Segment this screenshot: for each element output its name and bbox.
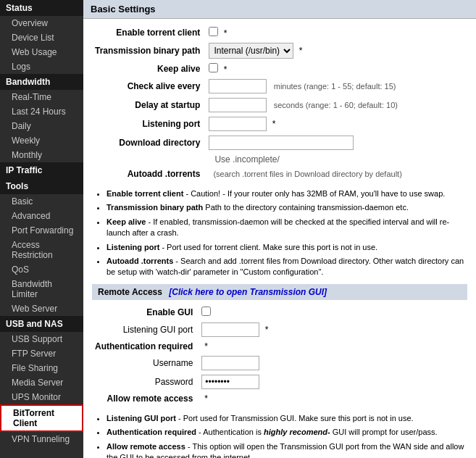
asterisk-3: * bbox=[224, 64, 227, 75]
check-alive-input[interactable]: 15 bbox=[209, 79, 267, 93]
use-incomplete-label: Use .incomplete/ bbox=[209, 154, 279, 165]
bullet-list-2: Listening GUI port - Port used for Trans… bbox=[92, 413, 467, 458]
asterisk-1: * bbox=[224, 28, 227, 38]
bullet-item: Enable torrent client - Caution! - If yo… bbox=[107, 188, 467, 199]
sidebar-item-vpn-tunneling[interactable]: VPN Tunneling bbox=[0, 432, 83, 446]
allow-remote-label: Allow remote access bbox=[92, 391, 199, 406]
sidebar-item-basic[interactable]: Basic bbox=[0, 194, 83, 209]
asterisk-5: * bbox=[265, 325, 269, 335]
transmission-binary-cell: Internal (/usr/bin) * bbox=[206, 41, 467, 61]
password-input[interactable] bbox=[201, 375, 259, 389]
download-dir-row: Download directory /mnt bbox=[92, 133, 467, 152]
listening-port-input[interactable]: 51515 bbox=[209, 117, 267, 131]
sidebar-item-port-forwarding[interactable]: Port Forwarding bbox=[0, 223, 83, 238]
sidebar-item-real-time[interactable]: Real-Time bbox=[0, 90, 83, 104]
sidebar-item-device-list[interactable]: Device List bbox=[0, 30, 83, 45]
download-dir-input[interactable]: /mnt bbox=[209, 136, 354, 150]
asterisk-2: * bbox=[299, 46, 303, 56]
check-alive-hint: minutes (range: 1 - 55; default: 15) bbox=[274, 82, 396, 91]
sidebar-header-ip-traffic-header: IP Traffic bbox=[0, 162, 83, 178]
autoadd-label: Autoadd .torrents bbox=[92, 167, 206, 181]
listening-port-cell: 51515 * bbox=[206, 114, 467, 133]
remote-access-label: Remote Access bbox=[98, 287, 162, 297]
autoadd-cell: (search .torrent files in Download direc… bbox=[206, 167, 467, 181]
transmission-binary-row: Transmission binary path Internal (/usr/… bbox=[92, 41, 467, 61]
check-alive-cell: 15 minutes (range: 1 - 55; default: 15) bbox=[206, 77, 467, 96]
enable-gui-checkbox[interactable] bbox=[201, 307, 211, 316]
username-cell: admin bbox=[199, 354, 467, 372]
use-incomplete-empty bbox=[92, 152, 206, 167]
sidebar: StatusOverviewDevice ListWeb UsageLogsBa… bbox=[0, 0, 83, 458]
delay-startup-hint: seconds (range: 1 - 60; default: 10) bbox=[274, 101, 398, 109]
sidebar-item-web-server[interactable]: Web Server bbox=[0, 301, 83, 316]
bullet-item: Allow remote access - This option will o… bbox=[107, 441, 467, 458]
listening-gui-port-input[interactable]: 9091 bbox=[201, 322, 259, 337]
autoadd-row: Autoadd .torrents (search .torrent files… bbox=[92, 167, 467, 181]
sidebar-item-file-sharing[interactable]: File Sharing bbox=[0, 361, 83, 375]
delay-startup-cell: 10 seconds (range: 1 - 60; default: 10) bbox=[206, 96, 467, 114]
sidebar-item-web-usage[interactable]: Web Usage bbox=[0, 45, 83, 59]
auth-required-row: Authentication required * bbox=[92, 339, 467, 354]
password-label: Password bbox=[92, 372, 199, 391]
username-input[interactable]: admin bbox=[201, 356, 259, 370]
keep-alive-row: Keep alive * bbox=[92, 61, 467, 77]
bullet-item: Listening port - Port used for torrent c… bbox=[107, 242, 467, 253]
sidebar-header-bandwidth-header: Bandwidth bbox=[0, 74, 83, 90]
delay-startup-row: Delay at startup 10 seconds (range: 1 - … bbox=[92, 96, 467, 114]
username-row: Username admin bbox=[92, 354, 467, 372]
sidebar-item-usb-support[interactable]: USB Support bbox=[0, 332, 83, 346]
page-title: Basic Settings bbox=[83, 0, 476, 19]
sidebar-item-last-24-hours[interactable]: Last 24 Hours bbox=[0, 104, 83, 119]
sidebar-item-bittorrent-client[interactable]: BitTorrent Client bbox=[0, 404, 83, 432]
bullet-item: Authentication required - Authentication… bbox=[107, 427, 467, 438]
download-dir-cell: /mnt bbox=[206, 133, 467, 152]
asterisk-6: * bbox=[204, 341, 208, 351]
enable-gui-cell bbox=[199, 304, 467, 320]
autoadd-hint: (search .torrent files in Download direc… bbox=[213, 170, 401, 178]
sidebar-item-media-server[interactable]: Media Server bbox=[0, 375, 83, 390]
keep-alive-label: Keep alive bbox=[92, 61, 206, 77]
asterisk-4: * bbox=[272, 119, 276, 129]
transmission-binary-select[interactable]: Internal (/usr/bin) bbox=[209, 43, 293, 59]
check-alive-row: Check alive every 15 minutes (range: 1 -… bbox=[92, 77, 467, 96]
sidebar-item-monthly[interactable]: Monthly bbox=[0, 148, 83, 162]
sidebar-header-status-header: Status bbox=[0, 0, 83, 16]
remote-access-form: Enable GUI Listening GUI port 9091 * Aut… bbox=[92, 304, 467, 406]
use-incomplete-cell: Use .incomplete/ bbox=[206, 152, 467, 167]
sidebar-item-logs[interactable]: Logs bbox=[0, 59, 83, 74]
bullet-item: Listening GUI port - Port used for Trans… bbox=[107, 413, 467, 424]
delay-startup-input[interactable]: 10 bbox=[209, 98, 267, 112]
sidebar-header-usb-nas-header: USB and NAS bbox=[0, 316, 83, 332]
transmission-binary-label: Transmission binary path bbox=[92, 41, 206, 61]
listening-gui-port-label: Listening GUI port bbox=[92, 320, 199, 339]
remote-access-title: Remote Access [Click here to open Transm… bbox=[92, 284, 467, 300]
bullet-item: Keep alive - If enabled, transmission-da… bbox=[107, 217, 467, 239]
content-area: Enable torrent client * Transmission bin… bbox=[83, 19, 476, 458]
keep-alive-cell: * bbox=[206, 61, 467, 77]
listening-gui-port-cell: 9091 * bbox=[199, 320, 467, 339]
username-label: Username bbox=[92, 354, 199, 372]
sidebar-item-ups-monitor[interactable]: UPS Monitor bbox=[0, 390, 83, 404]
enable-torrent-label: Enable torrent client bbox=[92, 25, 206, 41]
sidebar-item-daily[interactable]: Daily bbox=[0, 119, 83, 133]
sidebar-item-overview[interactable]: Overview bbox=[0, 16, 83, 30]
enable-torrent-checkbox[interactable] bbox=[209, 27, 218, 36]
sidebar-header-tools-header: Tools bbox=[0, 178, 83, 194]
basic-settings-form: Enable torrent client * Transmission bin… bbox=[92, 25, 467, 181]
sidebar-item-ftp-server[interactable]: FTP Server bbox=[0, 346, 83, 361]
allow-remote-cell: * bbox=[199, 391, 467, 406]
download-dir-label: Download directory bbox=[92, 133, 206, 152]
sidebar-item-bandwidth-limiter[interactable]: Bandwidth Limiter bbox=[0, 277, 83, 301]
sidebar-item-access-restriction[interactable]: Access Restriction bbox=[0, 238, 83, 262]
enable-torrent-row: Enable torrent client * bbox=[92, 25, 467, 41]
sidebar-item-advanced[interactable]: Advanced bbox=[0, 209, 83, 223]
remote-access-link[interactable]: [Click here to open Transmission GUI] bbox=[169, 287, 327, 297]
bullet-item: Transmission binary path Path to the dir… bbox=[107, 202, 467, 213]
enable-gui-row: Enable GUI bbox=[92, 304, 467, 320]
password-row: Password bbox=[92, 372, 467, 391]
sidebar-item-weekly[interactable]: Weekly bbox=[0, 133, 83, 148]
allow-remote-row: Allow remote access * bbox=[92, 391, 467, 406]
enable-gui-label: Enable GUI bbox=[92, 304, 199, 320]
keep-alive-checkbox[interactable] bbox=[209, 63, 218, 72]
sidebar-item-qos[interactable]: QoS bbox=[0, 262, 83, 277]
